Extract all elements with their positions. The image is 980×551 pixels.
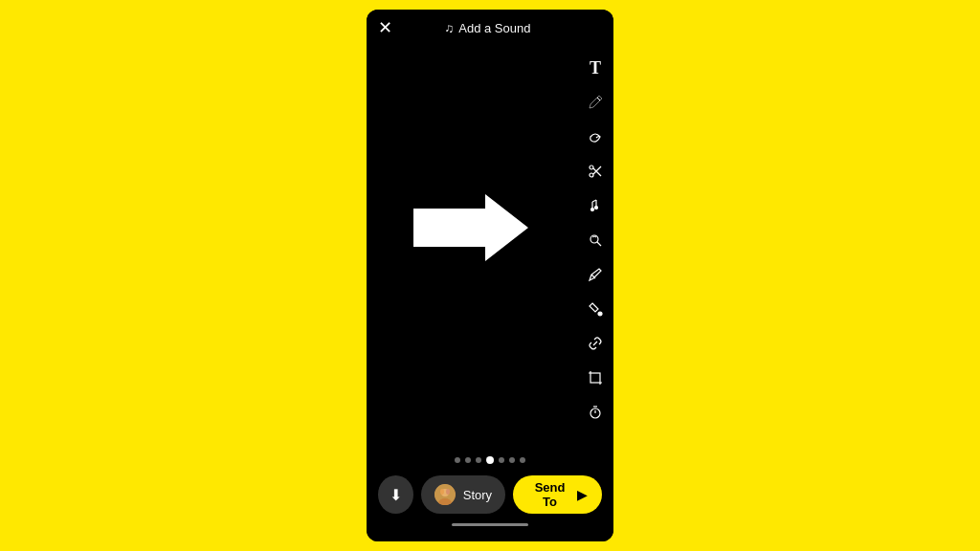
timer-tool-icon[interactable] xyxy=(585,402,606,423)
pagination-dots xyxy=(455,456,525,464)
svg-point-23 xyxy=(446,489,450,495)
main-canvas: T xyxy=(367,10,613,449)
svg-point-22 xyxy=(440,489,444,495)
download-icon: ⬇ xyxy=(390,486,402,504)
top-bar: ✕ ♫ Add a Sound xyxy=(367,10,613,46)
link-tool-icon[interactable] xyxy=(585,333,606,354)
home-indicator xyxy=(452,523,528,526)
svg-point-1 xyxy=(590,165,593,169)
story-avatar xyxy=(434,484,456,505)
add-sound-button[interactable]: ♫ Add a Sound xyxy=(445,21,531,35)
send-to-button[interactable]: Send To ▶ xyxy=(513,475,602,514)
close-button[interactable]: ✕ xyxy=(378,19,392,36)
story-label: Story xyxy=(463,488,492,502)
svg-line-11 xyxy=(597,242,601,246)
avatar-image xyxy=(434,484,456,505)
sticker-tool-icon[interactable] xyxy=(585,126,606,147)
bottom-area: ⬇ Story Send To ▶ xyxy=(367,449,613,541)
dot-3-active xyxy=(486,456,494,464)
svg-marker-0 xyxy=(413,194,528,261)
send-to-label: Send To xyxy=(528,480,571,509)
svg-point-9 xyxy=(595,207,598,209)
svg-point-8 xyxy=(591,209,594,211)
scissors-tool-icon[interactable] xyxy=(585,161,606,182)
search-lens-tool-icon[interactable] xyxy=(585,230,606,251)
dot-6 xyxy=(520,457,525,463)
arrow-container xyxy=(413,194,528,265)
bottom-actions-row: ⬇ Story Send To ▶ xyxy=(378,475,602,514)
music-tool-icon[interactable] xyxy=(585,195,606,216)
right-arrow xyxy=(413,194,528,261)
add-sound-label: Add a Sound xyxy=(458,21,530,35)
dot-4 xyxy=(499,457,504,463)
dot-2 xyxy=(476,457,481,463)
right-toolbar: T xyxy=(585,57,606,423)
svg-point-2 xyxy=(590,173,593,177)
story-button[interactable]: Story xyxy=(421,475,505,514)
text-tool-icon[interactable]: T xyxy=(585,57,606,78)
draw-tool-icon[interactable] xyxy=(585,264,606,285)
crop-tool-icon[interactable] xyxy=(585,367,606,388)
music-icon: ♫ xyxy=(445,21,455,35)
download-button[interactable]: ⬇ xyxy=(378,475,413,514)
dot-1 xyxy=(465,457,471,463)
svg-rect-14 xyxy=(590,373,600,383)
phone-frame: ✕ ♫ Add a Sound T xyxy=(367,10,613,541)
dot-0 xyxy=(455,457,460,463)
send-to-arrow-icon: ▶ xyxy=(577,488,587,502)
svg-point-13 xyxy=(598,312,602,316)
dot-5 xyxy=(509,457,515,463)
fill-tool-icon[interactable] xyxy=(585,298,606,320)
pencil-tool-icon[interactable] xyxy=(585,92,606,113)
